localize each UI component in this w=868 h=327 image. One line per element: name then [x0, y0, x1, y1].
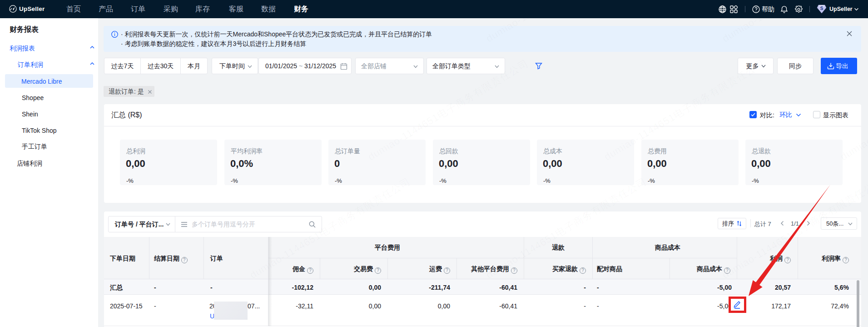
- svg-text:S: S: [820, 6, 823, 11]
